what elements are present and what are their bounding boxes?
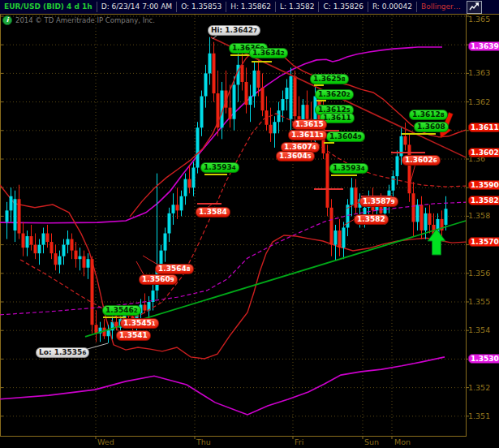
price-callout-red: 1.36113 bbox=[288, 130, 327, 140]
candle-down bbox=[22, 234, 25, 248]
red-dashed-sma bbox=[20, 114, 466, 317]
axis-price-badge: 1.36026 bbox=[468, 148, 499, 157]
candle-up bbox=[107, 330, 110, 336]
candle-up bbox=[14, 199, 17, 230]
price-callout-green: 1.35462 bbox=[102, 305, 141, 316]
candle-up bbox=[342, 227, 346, 248]
price-callout-gray: Lo: 1.35356 bbox=[36, 347, 89, 358]
price-callout-green: 1.36202 bbox=[315, 89, 354, 100]
candle-down bbox=[420, 205, 424, 230]
candle-up bbox=[79, 256, 82, 260]
axis-time-label: Wed bbox=[97, 437, 114, 446]
candle-down bbox=[176, 205, 179, 210]
candle-up bbox=[334, 230, 338, 245]
price-callout-green: 1.35934 bbox=[329, 163, 368, 174]
candle-up bbox=[152, 291, 155, 302]
axis-price-badge: 1.3611 bbox=[468, 123, 499, 132]
axis-time-label: Fri bbox=[295, 437, 303, 446]
candle-down bbox=[83, 256, 86, 268]
candle-up bbox=[180, 196, 183, 211]
candle-up bbox=[237, 65, 240, 85]
candle-up bbox=[416, 205, 419, 222]
study-label: BollingerBandsSMA (CLOSE, 0, 25,... bbox=[417, 2, 467, 12]
axis-price-badge: 1.35826 bbox=[468, 196, 499, 205]
detach-chart-icon[interactable] bbox=[467, 1, 482, 14]
candle-down bbox=[338, 230, 342, 248]
axis-price-label: 1.362 bbox=[468, 97, 490, 106]
axis-price-label: 1.363 bbox=[468, 68, 490, 77]
candle-down bbox=[412, 193, 415, 222]
candle-up bbox=[10, 196, 13, 211]
candle-down bbox=[71, 239, 74, 251]
axis-time-label: Thu bbox=[196, 437, 211, 446]
candle-up bbox=[249, 97, 252, 106]
candle-down bbox=[306, 105, 309, 119]
price-callout-green: 1.36342 bbox=[249, 48, 288, 58]
candle-up bbox=[42, 234, 45, 245]
price-callout-green: 1.36128 bbox=[409, 110, 448, 120]
axis-price-label: 1.352 bbox=[468, 383, 490, 392]
ohlc-range: R: 0.00042 bbox=[368, 2, 417, 12]
candle-up bbox=[164, 234, 167, 251]
price-callout-red: 1.3584 bbox=[196, 207, 230, 218]
candle-down bbox=[326, 153, 329, 208]
candle-down bbox=[294, 76, 297, 116]
candle-up bbox=[445, 209, 448, 225]
candle-down bbox=[91, 259, 94, 325]
trading-chart-window: { "header": { "symbol": "EUR/USD (BID) 4… bbox=[0, 0, 499, 448]
axis-price-badge: 1.35301 bbox=[468, 354, 499, 364]
candle-up bbox=[392, 176, 395, 191]
candle-down bbox=[30, 236, 33, 245]
price-callout-red: 1.36045 bbox=[276, 151, 315, 162]
price-callout-green: 1.36049 bbox=[326, 131, 365, 142]
candle-up bbox=[172, 205, 175, 213]
ohlc-high: H: 1.35862 bbox=[226, 2, 276, 12]
candle-down bbox=[404, 136, 407, 145]
candle-down bbox=[46, 234, 49, 243]
candle-up bbox=[290, 76, 293, 119]
candle-up bbox=[87, 259, 90, 268]
candle-up bbox=[6, 210, 9, 222]
candle-down bbox=[241, 65, 244, 82]
price-callout-red: 1.35451 bbox=[120, 318, 159, 329]
axis-price-badge: 1.35909 bbox=[468, 180, 499, 190]
candle-down bbox=[18, 199, 21, 233]
price-callout-red: 1.3582 bbox=[354, 214, 389, 225]
symbol-label: EUR/USD (BID) 4 d 1h bbox=[0, 2, 97, 12]
candle-down bbox=[257, 71, 260, 88]
price-callout-red: 1.35879 bbox=[359, 196, 398, 207]
axis-time-label: Mon bbox=[394, 437, 411, 446]
candle-up bbox=[196, 127, 200, 167]
candle-down bbox=[428, 213, 432, 225]
axis-price-label: 1.356 bbox=[468, 269, 490, 278]
candle-down bbox=[95, 325, 98, 334]
candle-up bbox=[396, 156, 399, 176]
axis-price-label: 1.358 bbox=[468, 211, 490, 220]
candle-down bbox=[265, 110, 269, 125]
candle-up bbox=[67, 239, 70, 245]
candle-up bbox=[58, 256, 62, 265]
copyright-row: i 2014 © TD Ameritrade IP Company, Inc. bbox=[2, 15, 155, 25]
candle-up bbox=[209, 54, 212, 74]
axis-price-badge: 1.36395 bbox=[468, 41, 499, 51]
axis-price-label: 1.365 bbox=[468, 15, 490, 24]
price-callout-red: 1.3541 bbox=[116, 330, 151, 341]
red-lower-band bbox=[0, 185, 466, 359]
candle-down bbox=[54, 253, 58, 265]
candle-up bbox=[184, 179, 187, 196]
candle-down bbox=[213, 54, 216, 93]
price-callout-green: 1.35934 bbox=[200, 162, 239, 173]
candle-down bbox=[245, 82, 248, 105]
candle-up bbox=[253, 71, 256, 97]
copyright-text: 2014 © TD Ameritrade IP Company, Inc. bbox=[15, 16, 155, 24]
candle-down bbox=[144, 305, 147, 311]
price-callout-green: 1.3608 bbox=[414, 122, 449, 132]
candle-down bbox=[229, 108, 232, 119]
candle-up bbox=[168, 213, 171, 234]
axis-price-badge: 1.35708 bbox=[468, 237, 499, 247]
chart-header-bar: EUR/USD (BID) 4 d 1h D: 6/23/14 7:00 AM … bbox=[0, 0, 499, 15]
candlestick-chart[interactable] bbox=[0, 0, 499, 448]
axis-price-label: 1.355 bbox=[468, 297, 490, 306]
candle-down bbox=[261, 88, 265, 110]
candle-up bbox=[424, 213, 428, 230]
